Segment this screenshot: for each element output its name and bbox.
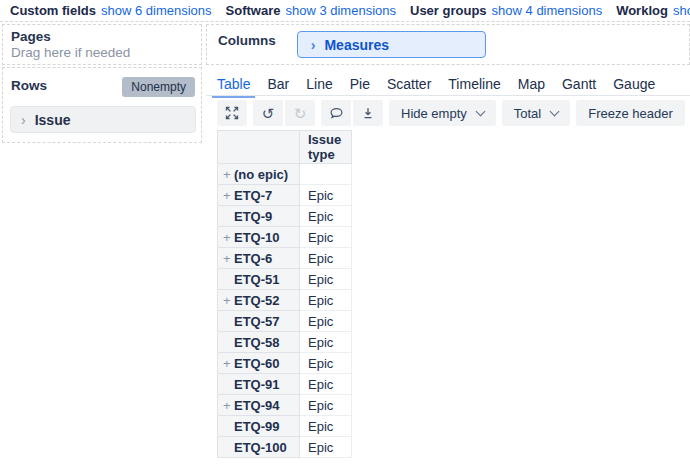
table-row: +ETQ-60Epic — [218, 353, 352, 374]
dimension-group-software: Software show 3 dimensions — [226, 3, 396, 18]
expand-plus-icon[interactable]: + — [223, 251, 234, 266]
row-header-cell[interactable]: ETQ-100 — [218, 437, 300, 458]
show-dimensions-link[interactable]: show 3 dimensions — [285, 3, 396, 18]
tab-gauge[interactable]: Gauge — [613, 75, 655, 95]
issue-type-cell: Epic — [300, 395, 352, 416]
row-header-cell[interactable]: ETQ-51 — [218, 269, 300, 290]
row-header-cell[interactable]: +ETQ-6 — [218, 248, 300, 269]
expand-plus-icon[interactable]: + — [223, 293, 234, 308]
issue-type-cell: Epic — [300, 416, 352, 437]
rows-drop-panel[interactable]: Rows Nonempty › Issue — [2, 67, 202, 143]
pages-hint: Drag here if needed — [11, 45, 193, 60]
issue-type-cell: Epic — [300, 248, 352, 269]
issue-key-label: ETQ-57 — [234, 314, 280, 329]
hide-empty-dropdown[interactable]: Hide empty — [389, 100, 496, 126]
row-header-cell[interactable]: +ETQ-94 — [218, 395, 300, 416]
redo-icon: ↻ — [294, 106, 307, 121]
issue-type-cell — [300, 164, 352, 185]
issue-key-label: ETQ-10 — [234, 230, 280, 245]
dimension-group-label: Worklog — [616, 3, 668, 18]
expand-plus-icon[interactable]: + — [223, 398, 234, 413]
issue-key-label: ETQ-99 — [234, 419, 280, 434]
table-row: +ETQ-52Epic — [218, 290, 352, 311]
columns-drop-panel[interactable]: Columns › Measures — [206, 24, 690, 65]
issue-key-label: ETQ-94 — [234, 398, 280, 413]
issue-type-cell: Epic — [300, 227, 352, 248]
show-dimensions-link[interactable]: show 1 dimension — [673, 3, 690, 18]
issue-key-label: ETQ-51 — [234, 272, 280, 287]
expand-plus-icon[interactable]: + — [223, 356, 234, 371]
comment-export-group — [321, 100, 383, 126]
tab-timeline[interactable]: Timeline — [448, 75, 500, 95]
pages-title: Pages — [11, 29, 193, 44]
chevron-right-icon: › — [21, 112, 26, 128]
row-header-cell[interactable]: +ETQ-7 — [218, 185, 300, 206]
redo-button[interactable]: ↻ — [285, 100, 315, 126]
table-row: +ETQ-10Epic — [218, 227, 352, 248]
row-header-cell[interactable]: ETQ-91 — [218, 374, 300, 395]
issue-key-label: ETQ-60 — [234, 356, 280, 371]
rows-title: Rows — [11, 78, 47, 93]
columns-title: Columns — [218, 33, 276, 48]
measures-dimension-chip[interactable]: › Measures — [297, 31, 486, 58]
export-button[interactable] — [353, 100, 383, 126]
chart-type-tabs: TableBarLinePieScatterTimelineMapGanttGa… — [206, 75, 690, 96]
undo-button[interactable]: ↺ — [253, 100, 283, 126]
dimension-group-worklog: Worklog show 1 dimension — [616, 3, 690, 18]
measures-chip-label: Measures — [324, 37, 389, 53]
pages-drop-panel[interactable]: Pages Drag here if needed — [2, 24, 202, 65]
issue-dimension-chip[interactable]: › Issue — [10, 106, 196, 133]
fullscreen-button[interactable] — [217, 100, 247, 126]
table-row: ETQ-9Epic — [218, 206, 352, 227]
row-header-cell[interactable]: ETQ-9 — [218, 206, 300, 227]
issue-type-cell: Epic — [300, 437, 352, 458]
table-row: ETQ-51Epic — [218, 269, 352, 290]
tab-bar[interactable]: Bar — [267, 75, 289, 95]
export-icon — [361, 106, 375, 120]
table-row: +ETQ-7Epic — [218, 185, 352, 206]
row-header-cell[interactable]: ETQ-57 — [218, 311, 300, 332]
freeze-header-button[interactable]: Freeze header — [576, 100, 685, 126]
row-header-cell[interactable]: +ETQ-52 — [218, 290, 300, 311]
hide-empty-label: Hide empty — [401, 106, 467, 121]
row-header-cell[interactable]: ETQ-58 — [218, 332, 300, 353]
row-header-cell[interactable]: +(no epic) — [218, 164, 300, 185]
comment-button[interactable] — [321, 100, 351, 126]
issue-type-cell: Epic — [300, 311, 352, 332]
dimension-group-label: Custom fields — [10, 3, 96, 18]
tab-scatter[interactable]: Scatter — [387, 75, 431, 95]
issue-key-label: ETQ-91 — [234, 377, 280, 392]
tab-line[interactable]: Line — [306, 75, 332, 95]
row-header-cell[interactable]: +ETQ-10 — [218, 227, 300, 248]
tab-pie[interactable]: Pie — [350, 75, 370, 95]
chevron-right-icon: › — [311, 37, 316, 53]
tab-map[interactable]: Map — [518, 75, 545, 95]
issue-type-cell: Epic — [300, 185, 352, 206]
total-dropdown[interactable]: Total — [502, 100, 570, 126]
dimension-group-label: Software — [226, 3, 281, 18]
report-toolbar: ↺ ↻ Hide empty Total Freeze header — [217, 100, 685, 126]
fullscreen-icon — [225, 106, 239, 120]
dimensions-bar: Custom fields show 6 dimensions Software… — [0, 0, 690, 22]
expand-plus-icon[interactable]: + — [223, 230, 234, 245]
table-header-row: Issue type — [218, 131, 352, 164]
chevron-down-icon — [550, 106, 560, 116]
issue-type-cell: Epic — [300, 269, 352, 290]
issue-key-label: ETQ-58 — [234, 335, 280, 350]
row-dimension-header-cell — [218, 131, 300, 164]
show-dimensions-link[interactable]: show 6 dimensions — [101, 3, 212, 18]
tab-gantt[interactable]: Gantt — [562, 75, 596, 95]
tab-table[interactable]: Table — [217, 75, 250, 95]
expand-plus-icon[interactable]: + — [223, 188, 234, 203]
issue-type-cell: Epic — [300, 332, 352, 353]
row-header-cell[interactable]: +ETQ-60 — [218, 353, 300, 374]
issue-type-header-cell: Issue type — [300, 131, 352, 164]
show-dimensions-link[interactable]: show 4 dimensions — [492, 3, 603, 18]
issue-key-label: ETQ-9 — [234, 209, 272, 224]
total-label: Total — [514, 106, 541, 121]
table-row: ETQ-58Epic — [218, 332, 352, 353]
table-row: ETQ-57Epic — [218, 311, 352, 332]
expand-plus-icon[interactable]: + — [223, 167, 234, 182]
nonempty-button[interactable]: Nonempty — [122, 77, 195, 97]
row-header-cell[interactable]: ETQ-99 — [218, 416, 300, 437]
